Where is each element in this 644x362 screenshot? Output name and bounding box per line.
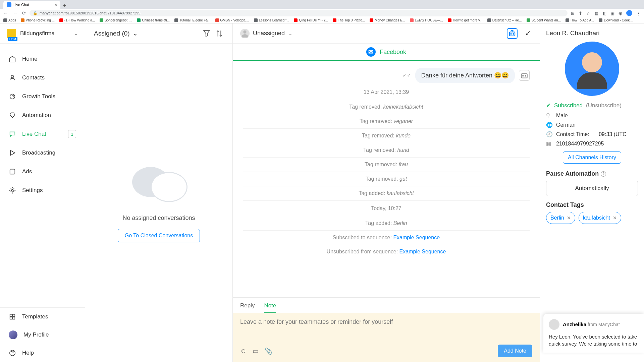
- workspace-selector[interactable]: PRO Bildungsfirma ⌄: [0, 23, 85, 44]
- share-icon[interactable]: ⬆: [579, 11, 582, 16]
- svg-rect-4: [10, 314, 12, 316]
- sequence-link[interactable]: Example Sequence: [399, 249, 446, 254]
- assigned-label: Assigned (0): [94, 30, 130, 37]
- sequence-link[interactable]: Example Sequence: [393, 235, 440, 240]
- unsubscribe-link[interactable]: (Unsubscribe): [586, 102, 622, 109]
- closed-conversations-button[interactable]: Go To Closed Conversations: [118, 229, 200, 242]
- assigned-filter-dropdown[interactable]: Assigned (0) ⌄: [94, 29, 138, 37]
- browser-tab[interactable]: Live Chat ×: [3, 1, 60, 9]
- svg-rect-10: [509, 32, 515, 36]
- bookmark-item[interactable]: The Top 3 Platfo...: [333, 18, 365, 22]
- tab-reply[interactable]: Reply: [240, 302, 255, 313]
- svg-rect-2: [10, 169, 15, 174]
- filter-icon[interactable]: [202, 29, 211, 38]
- bookmark-item[interactable]: Chinese translati...: [137, 18, 170, 22]
- svg-point-9: [243, 30, 246, 33]
- svg-point-3: [11, 189, 13, 191]
- nav-growth-tools[interactable]: Growth Tools: [0, 87, 85, 106]
- profile-avatar-icon[interactable]: [626, 10, 632, 16]
- nav-settings[interactable]: Settings: [0, 181, 85, 200]
- tab-title: Live Chat: [13, 3, 29, 7]
- bookmark-item[interactable]: Sonderangebot! ...: [100, 18, 132, 22]
- bookmark-item[interactable]: Apps: [3, 18, 16, 22]
- image-icon[interactable]: ▭: [253, 347, 259, 355]
- bookmark-item[interactable]: Download - Cooki...: [599, 18, 633, 22]
- nav-help[interactable]: Help: [0, 344, 85, 362]
- new-tab-button[interactable]: +: [60, 3, 69, 9]
- forward-icon[interactable]: →: [13, 10, 17, 16]
- menu-icon[interactable]: ⋮: [636, 11, 641, 16]
- bookmark-item[interactable]: LEE'S HOUSE—...: [410, 18, 443, 22]
- message-bubble: Danke für deine Antworten 😄😄: [415, 68, 515, 83]
- livechat-icon: [9, 130, 16, 138]
- pro-badge: PRO: [8, 37, 17, 41]
- sort-icon[interactable]: [215, 29, 224, 38]
- contact-avatar: [565, 42, 619, 96]
- mark-done-icon[interactable]: ✓: [524, 29, 532, 38]
- bookmark-item[interactable]: GMSN - Vologda,...: [215, 18, 249, 22]
- ads-icon: [9, 168, 16, 175]
- system-event: Unsubscribed from sequence: Example Sequ…: [243, 245, 530, 259]
- ext-icon-2[interactable]: ◧: [602, 11, 606, 16]
- svg-point-1: [10, 94, 15, 99]
- url-input[interactable]: 🔒 manychat.com/fb198150208192618/chat/21…: [30, 10, 568, 16]
- tag-remove-icon[interactable]: ✕: [567, 215, 571, 221]
- compose-area: Reply Note ☺ ▭ 📎 Add Note: [233, 297, 540, 362]
- bookmark-item[interactable]: Tutorial: Eigene Fa...: [174, 18, 210, 22]
- profile-avatar: [9, 330, 17, 339]
- empty-state-text: No assigned conversations: [122, 215, 195, 222]
- nav-automation[interactable]: Automation: [0, 106, 85, 125]
- nav-label: Help: [22, 350, 34, 356]
- bookmark-item[interactable]: Lessons Learned f...: [254, 18, 289, 22]
- nav-templates[interactable]: Templates: [0, 308, 85, 326]
- tab-close-icon[interactable]: ×: [54, 2, 57, 7]
- tab-note[interactable]: Note: [264, 302, 276, 313]
- nav-broadcasting[interactable]: Broadcasting: [0, 143, 85, 162]
- system-event: Tag removed: frau: [243, 158, 530, 172]
- attachment-icon[interactable]: 📎: [265, 347, 273, 355]
- star-icon[interactable]: ☆: [586, 11, 590, 16]
- system-event: Tag removed: keinekaufabsicht: [243, 100, 530, 114]
- chevron-down-icon: ⌄: [288, 30, 292, 37]
- reload-icon[interactable]: ⟳: [22, 10, 26, 16]
- nav-my-profile[interactable]: My Profile: [0, 326, 85, 344]
- svg-point-15: [525, 75, 526, 76]
- assignee-dropdown[interactable]: Unassigned ⌄: [240, 29, 292, 38]
- bookmark-item[interactable]: Phone Recycling ...: [21, 18, 55, 22]
- settings-icon: [9, 187, 16, 194]
- bookmark-item[interactable]: (1) How Working a...: [59, 18, 95, 22]
- ext-icon-1[interactable]: ▦: [594, 11, 598, 16]
- bookmark-item[interactable]: How To Add A...: [566, 18, 594, 22]
- help-tooltip-icon[interactable]: ?: [601, 171, 606, 177]
- emoji-icon[interactable]: ☺: [240, 347, 247, 355]
- bookmark-item[interactable]: How to get more v...: [448, 18, 483, 22]
- nav-live-chat[interactable]: Live Chat 1: [0, 125, 85, 143]
- conversation-list-panel: Assigned (0) ⌄ No assigned conversations…: [85, 23, 233, 362]
- contact-time-label: Contact Time:: [556, 131, 589, 137]
- svg-point-11: [511, 34, 511, 34]
- back-icon[interactable]: ←: [3, 10, 8, 16]
- ext-icon-4[interactable]: ◉: [619, 11, 622, 16]
- bot-toggle-button[interactable]: [507, 28, 518, 39]
- bookmark-item[interactable]: Qing Fei De Yi - Y...: [294, 18, 328, 22]
- translate-icon[interactable]: ⊞: [571, 11, 575, 16]
- add-note-button[interactable]: Add Note: [498, 345, 532, 357]
- automation-mode-button[interactable]: Automatically: [546, 181, 638, 196]
- url-text: manychat.com/fb198150208192618/chat/2101…: [40, 11, 140, 15]
- bookmark-item[interactable]: Student Wants an...: [527, 18, 561, 22]
- all-channels-button[interactable]: All Channels History: [563, 152, 621, 164]
- tag-remove-icon[interactable]: ✕: [613, 215, 617, 221]
- timestamp: Today, 10:27: [243, 205, 530, 212]
- ext-icon-3[interactable]: ▣: [610, 11, 614, 16]
- nav-home[interactable]: Home: [0, 50, 85, 68]
- nav-ads[interactable]: Ads: [0, 162, 85, 181]
- nav-contacts[interactable]: Contacts: [0, 68, 85, 87]
- bookmark-item[interactable]: Money Changes E...: [370, 18, 405, 22]
- assignee-name: Unassigned: [253, 30, 285, 37]
- bookmark-item[interactable]: Datenschutz – Re...: [487, 18, 522, 22]
- subscription-status: ✔ Subscribed (Unsubscribe): [546, 102, 638, 109]
- system-event: Subscribed to sequence: Example Sequence: [243, 231, 530, 245]
- support-message: Hey Leon, You've been selected to take q…: [549, 333, 639, 347]
- support-chat-popup[interactable]: Anzhelika from ManyChat Hey Leon, You've…: [543, 314, 644, 353]
- note-input[interactable]: [240, 318, 532, 335]
